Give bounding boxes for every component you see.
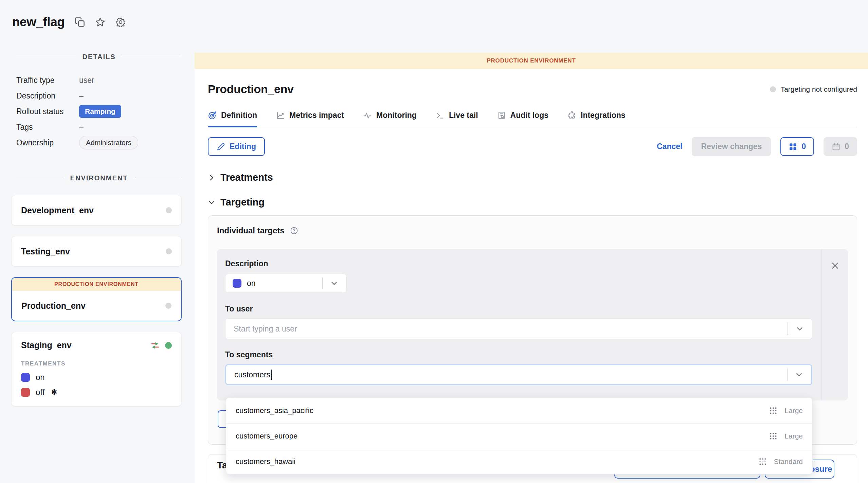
puzzle-icon <box>567 111 576 120</box>
chevron-down-icon <box>795 371 803 379</box>
to-segments-label: To segments <box>225 350 812 359</box>
env-status-dot <box>165 303 171 309</box>
environment-heading: ENVIRONMENT <box>70 174 128 182</box>
close-icon[interactable] <box>831 261 839 270</box>
grid-icon <box>789 142 797 151</box>
chart-line-icon <box>276 111 285 120</box>
env-status-dot <box>166 248 172 254</box>
large-segment-icon <box>769 432 778 441</box>
swap-arrows-icon <box>150 341 160 350</box>
sidebar: new_flag DETAILS Traffic type user Descr… <box>0 0 195 483</box>
to-user-input[interactable] <box>234 324 696 334</box>
gear-icon[interactable] <box>115 17 126 27</box>
rule-remove-column <box>821 249 848 400</box>
standard-segment-icon <box>758 457 767 466</box>
details-divider: DETAILS <box>16 53 182 61</box>
detail-traffic-type: Traffic type user <box>16 72 181 88</box>
env-card-production[interactable]: PRODUCTION ENVIRONMENT Production_env <box>11 277 182 321</box>
default-treatment-icon: ✱ <box>51 388 57 397</box>
targeting-section-toggle[interactable]: Targeting <box>208 197 857 208</box>
segment-option-asia-pacific[interactable]: customers_asia_pacific Large <box>226 398 812 423</box>
flag-name: new_flag <box>12 15 65 29</box>
rollout-status-badge: Ramping <box>79 105 121 118</box>
pulse-icon <box>363 111 372 120</box>
status-dot <box>770 86 776 92</box>
segment-option-hawaii[interactable]: customers_hawaii Standard <box>226 449 812 474</box>
detail-rollout-status: Rollout status Ramping <box>16 104 181 119</box>
description-label: Description <box>225 259 812 268</box>
schedule-count-button[interactable]: 0 <box>824 137 857 156</box>
env-card-testing[interactable]: Testing_env <box>11 236 182 267</box>
cancel-link[interactable]: Cancel <box>657 142 682 151</box>
treatment-on-swatch <box>21 373 30 382</box>
to-segments-input[interactable]: customers <box>225 364 812 385</box>
detail-tags: Tags – <box>16 119 181 135</box>
ownership-pill[interactable]: Administrators <box>79 136 138 149</box>
review-changes-button[interactable]: Review changes <box>692 137 771 156</box>
target-rule-card: Description on To user <box>217 249 848 400</box>
detail-ownership: Ownership Administrators <box>16 135 181 150</box>
treatments-section-toggle[interactable]: Treatments <box>208 172 857 183</box>
to-user-label: To user <box>225 304 812 314</box>
tab-monitoring[interactable]: Monitoring <box>363 111 417 127</box>
to-user-input-wrap <box>225 318 812 339</box>
details-list: Traffic type user Description – Rollout … <box>16 72 181 150</box>
env-card-staging[interactable]: Staging_env TREATMENTS on off ✱ <box>11 332 182 406</box>
tab-definition[interactable]: Definition <box>208 111 257 127</box>
production-environment-label: PRODUCTION ENVIRONMENT <box>12 278 181 291</box>
chevron-down-icon <box>796 325 804 333</box>
tab-live-tail[interactable]: Live tail <box>436 111 478 127</box>
audit-log-icon <box>497 111 506 120</box>
definition-target-icon <box>208 111 217 120</box>
segments-dropdown: customers_asia_pacific Large customers_e… <box>226 397 813 475</box>
treatment-off-swatch <box>21 388 30 397</box>
tab-audit-logs[interactable]: Audit logs <box>497 111 548 127</box>
chevron-down-icon <box>208 199 215 206</box>
env-status-dot <box>166 207 172 213</box>
env-active-dot <box>165 342 172 349</box>
detail-description: Description – <box>16 88 181 104</box>
copy-icon[interactable] <box>75 17 85 27</box>
environment-list: Development_env Testing_env PRODUCTION E… <box>11 195 182 406</box>
individual-targets-heading: Individual targets <box>217 226 285 235</box>
targeting-status: Targeting not configured <box>770 85 857 93</box>
star-icon[interactable] <box>95 17 105 27</box>
tab-bar: Definition Metrics impact Monitoring Liv… <box>208 111 857 127</box>
details-heading: DETAILS <box>82 53 115 61</box>
text-caret <box>271 370 272 380</box>
treatment-on-row: on <box>21 373 172 382</box>
chevron-right-icon <box>208 174 215 181</box>
large-segment-icon <box>769 406 778 415</box>
treatment-off-row: off ✱ <box>21 388 172 397</box>
segment-option-europe[interactable]: customers_europe Large <box>226 423 812 449</box>
tab-metrics-impact[interactable]: Metrics impact <box>276 111 344 127</box>
treatment-on-swatch <box>233 279 241 288</box>
chevron-down-icon <box>330 279 338 287</box>
pencil-icon <box>217 142 225 151</box>
changes-count-button[interactable]: 0 <box>780 137 814 156</box>
environment-divider: ENVIRONMENT <box>16 174 182 182</box>
treatments-label: TREATMENTS <box>21 360 172 367</box>
production-environment-banner: PRODUCTION ENVIRONMENT <box>195 53 868 69</box>
terminal-icon <box>436 111 445 120</box>
tab-integrations[interactable]: Integrations <box>567 111 626 127</box>
env-card-development[interactable]: Development_env <box>11 195 182 226</box>
flag-header: new_flag <box>12 15 195 29</box>
main-panel: PRODUCTION ENVIRONMENT Production_env Ta… <box>195 53 868 483</box>
help-icon[interactable] <box>290 227 298 235</box>
page-title: Production_env <box>208 83 294 96</box>
treatment-select[interactable]: on <box>225 274 347 293</box>
calendar-icon <box>832 142 840 151</box>
editing-button[interactable]: Editing <box>208 137 265 156</box>
